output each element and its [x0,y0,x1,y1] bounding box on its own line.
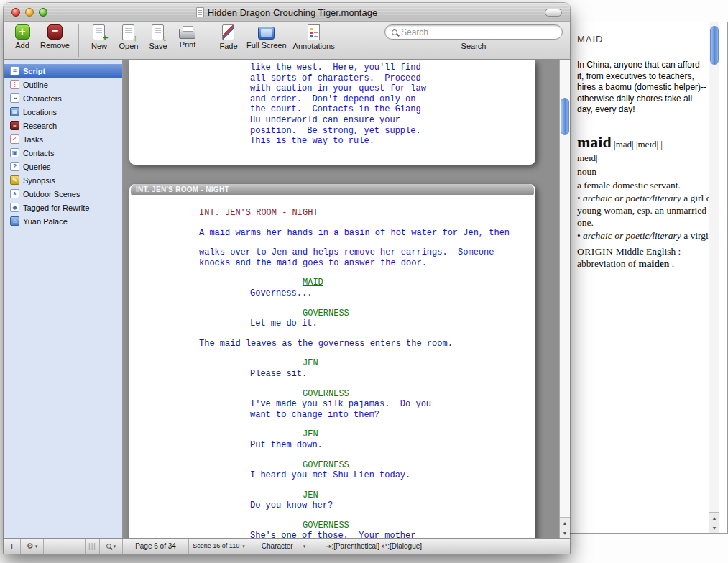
dialogue-block: I've made you silk pajamas. Do you want … [250,399,535,420]
add-button[interactable]: Add [11,24,34,50]
add-element-button[interactable]: + [4,539,21,554]
fullscreen-button[interactable]: Full Screen [246,24,287,50]
sidebar-item-yuan-palace[interactable]: Yuan Palace [4,214,122,228]
scene-popup[interactable]: Scene 16 of 110 ▾ [189,539,249,554]
sidebar-item-script[interactable]: Script [4,64,122,78]
dictionary-scrollbar[interactable]: ▲ ▼ [709,22,719,533]
remove-button[interactable]: Remove [40,24,70,50]
sidebar-item-synopsis[interactable]: Synopsis [4,173,122,187]
dictionary-panel-title: MAID [577,34,604,45]
close-button[interactable] [11,8,20,17]
magnifier-icon [106,544,111,549]
action-block: walks over to Jen and helps remove her e… [199,247,535,268]
titlebar[interactable]: Hidden Dragon Crouching Tiger.montage [4,3,570,22]
sidebar-item-tasks[interactable]: Tasks [4,132,122,146]
dialogue-block: Please sit. [250,369,535,380]
sidebar-item-label: Characters [23,94,62,103]
fullscreen-icon [258,27,275,40]
dictionary-headword: maid [577,133,612,151]
minimize-button[interactable] [25,8,34,17]
character-cue: GOVERNESS [303,521,535,531]
print-button[interactable]: Print [176,24,199,49]
dialogue-block: Put them down. [250,440,535,451]
scroll-up-arrow-icon[interactable]: ▲ [560,518,570,528]
toolbar-button-label: Annotations [293,42,335,50]
sidebar-item-locations[interactable]: Locations [4,105,122,119]
element-type-popup[interactable]: Character ▾ [249,539,318,554]
new-document-icon [93,24,105,40]
tasks-icon [10,134,19,144]
sidebar-item-characters[interactable]: Characters [4,91,122,105]
tagged-for-rewrite-icon [10,203,19,212]
dictionary-pronunciation-2: meɪd| [577,152,718,164]
dictionary-pronunciation: |mād| |meɪd| | [614,139,663,150]
dialogue-block: She's one of those. Your mother would no… [250,531,535,538]
toolbar-separator [78,24,79,57]
sidebar-item-research[interactable]: Research [4,119,122,132]
character-cue: MAID [303,278,535,288]
fade-button[interactable]: Fade [217,24,240,50]
script-scrollbar-thumb[interactable] [561,98,569,135]
page-indicator[interactable]: Page 6 of 34 [123,539,189,554]
character-cue: GOVERNESS [303,389,535,400]
sidebar-item-outline[interactable]: Outline [4,78,122,91]
sidebar-item-label: Script [23,67,45,75]
chevron-down-icon: ▾ [114,544,116,549]
script-scrollbar-arrows: ▲ ▼ [560,517,570,538]
dictionary-sense: • archaic or poetic/literary a girl or y… [577,192,718,229]
printer-icon [179,29,195,39]
window-title-wrap: Hidden Dragon Crouching Tiger.montage [54,3,520,22]
toolbar: Add Remove New Open Save Print Fade [4,22,570,60]
zoom-button[interactable] [39,8,47,17]
toolbar-button-label: Print [180,40,196,49]
sidebar-item-tagged-for-rewrite[interactable]: Tagged for Rewrite [4,201,122,214]
toolbar-button-label: Full Screen [246,41,287,50]
dictionary-scrollbar-thumb[interactable] [710,26,719,65]
open-document-icon [122,24,134,40]
statusbar: + ⚙ ▾ ||| ▾ Page 6 of 34 Scene 16 of 110… [4,538,570,554]
sense-register: archaic or poetic/literary [583,193,681,203]
toolbar-button-label: Remove [40,41,70,50]
script-page-current[interactable]: INT. JEN'S ROOM - NIGHT INT. JEN'S ROOM … [129,184,535,538]
sidebar-item-queries[interactable]: Queries [4,160,122,173]
action-block: The maid leaves as the governess enters … [199,339,535,349]
sidebar-item-contacts[interactable]: Contacts [4,146,122,160]
save-button[interactable]: Save [147,24,170,50]
yuan-palace-icon [10,216,19,226]
sidebar-item-label: Contacts [23,149,54,157]
dictionary-definition: a female domestic servant. [577,179,718,191]
scroll-up-arrow-icon[interactable]: ▲ [709,513,719,523]
script-scrollbar[interactable]: ▲ ▼ [559,60,570,538]
splitter-handle[interactable]: ||| [86,539,100,554]
outline-icon [10,80,19,89]
toolbar-toggle-button[interactable] [545,9,562,17]
window-title: Hidden Dragon Crouching Tiger.montage [208,7,377,18]
toolbar-button-label: Fade [219,42,237,50]
sidebar-item-outdoor-scenes[interactable]: Outdoor Scenes [4,187,122,201]
script-editor-area[interactable]: like the west. Here, you'll find all sor… [123,60,570,538]
search-area: Search [384,24,563,50]
chevron-down-icon: ▾ [35,544,38,549]
dictionary-part-of-speech: noun [577,165,718,178]
origin-word: maiden [638,258,669,269]
toolbar-separator [208,24,208,57]
chevron-down-icon: ▾ [242,543,245,550]
dictionary-origin: ORIGIN Middle English : abbreviation of … [577,245,718,270]
zoom-menu-button[interactable]: ▾ [100,539,123,554]
script-page-previous[interactable]: like the west. Here, you'll find all sor… [129,60,535,165]
fade-icon [222,24,234,40]
action-menu-button[interactable]: ⚙ ▾ [21,539,44,554]
sidebar-item-label: Research [23,122,57,130]
open-button[interactable]: Open [117,24,140,50]
search-input[interactable] [401,27,556,37]
scene-header-bar[interactable]: INT. JEN'S ROOM - NIGHT [131,184,534,195]
scene-popup-label: Scene 16 of 110 [193,543,239,550]
annotations-button[interactable]: Annotations [293,24,335,50]
scroll-down-arrow-icon[interactable]: ▼ [560,528,570,538]
search-field[interactable] [384,24,563,40]
character-cue: GOVERNESS [303,308,535,319]
origin-label: ORIGIN [577,246,613,257]
sense-register: archaic or poetic/literary [583,230,681,241]
new-button[interactable]: New [88,24,111,50]
scroll-down-arrow-icon[interactable]: ▼ [709,523,719,533]
